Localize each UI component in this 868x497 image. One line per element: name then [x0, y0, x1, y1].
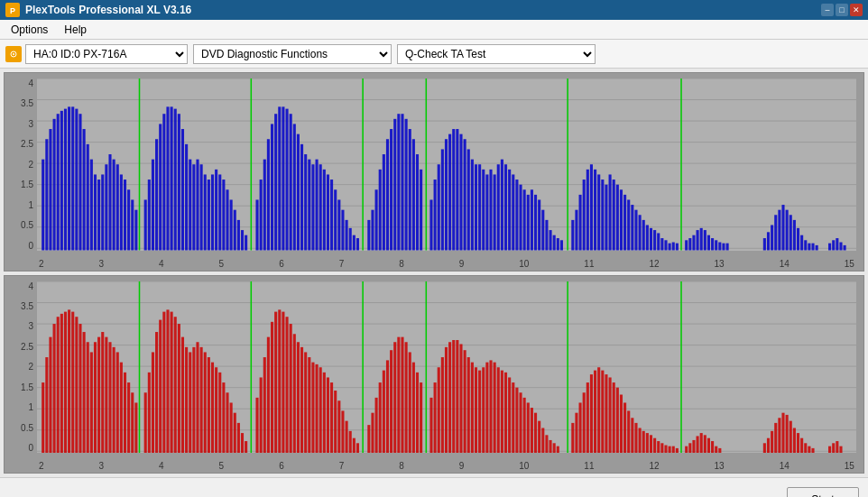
svg-rect-274 [208, 357, 210, 453]
svg-rect-148 [541, 210, 544, 251]
svg-rect-48 [148, 179, 151, 250]
svg-rect-45 [131, 199, 134, 250]
maximize-button[interactable]: □ [836, 4, 848, 16]
bottom-chart-y-axis: 4 3.5 3 2.5 2 1.5 1 0.5 0 [5, 281, 37, 454]
svg-rect-108 [386, 139, 389, 250]
svg-rect-286 [260, 377, 263, 453]
bottom-chart-panel: 4 3.5 3 2.5 2 1.5 1 0.5 0 [4, 275, 864, 474]
svg-rect-170 [631, 205, 633, 250]
svg-rect-179 [664, 240, 667, 250]
svg-rect-195 [763, 238, 766, 250]
svg-rect-176 [653, 230, 656, 250]
svg-rect-42 [120, 174, 123, 250]
svg-rect-194 [726, 244, 729, 251]
menu-options[interactable]: Options [4, 22, 55, 38]
svg-rect-299 [308, 357, 310, 453]
svg-rect-51 [159, 124, 162, 250]
svg-rect-324 [409, 352, 411, 453]
minimize-button[interactable]: – [821, 4, 834, 16]
svg-rect-375 [616, 387, 619, 453]
svg-rect-293 [285, 317, 288, 453]
svg-rect-313 [367, 425, 370, 453]
svg-rect-369 [594, 370, 596, 453]
svg-rect-290 [274, 311, 277, 453]
svg-rect-266 [178, 324, 180, 453]
svg-rect-254 [127, 382, 130, 453]
svg-rect-153 [560, 240, 563, 250]
svg-rect-244 [90, 352, 93, 453]
bottom-right: Start i [787, 487, 859, 498]
svg-rect-204 [797, 228, 799, 251]
svg-rect-74 [245, 235, 247, 251]
top-chart-inner [37, 78, 856, 251]
svg-rect-306 [334, 391, 337, 453]
svg-rect-208 [811, 244, 814, 251]
menu-help[interactable]: Help [57, 22, 94, 38]
svg-rect-332 [445, 346, 448, 453]
svg-rect-44 [127, 189, 130, 250]
svg-rect-160 [594, 170, 596, 251]
svg-rect-343 [485, 362, 488, 453]
svg-rect-102 [356, 238, 359, 250]
svg-rect-395 [697, 436, 699, 453]
top-chart-x-axis: 2 3 4 5 6 7 8 9 10 11 12 13 14 15 [37, 259, 856, 269]
svg-rect-258 [148, 372, 151, 453]
svg-rect-100 [349, 228, 352, 251]
svg-rect-60 [192, 164, 195, 250]
svg-rect-345 [494, 362, 496, 453]
start-button[interactable]: Start [787, 487, 859, 498]
svg-rect-323 [405, 342, 408, 453]
close-button[interactable]: ✕ [850, 4, 863, 16]
svg-rect-86 [297, 134, 300, 251]
svg-rect-391 [676, 447, 679, 453]
svg-rect-377 [623, 402, 626, 453]
svg-rect-57 [181, 129, 184, 250]
svg-rect-353 [523, 397, 526, 453]
svg-rect-277 [218, 372, 221, 453]
top-chart-panel: 4 3.5 3 2.5 2 1.5 1 0.5 0 [4, 72, 864, 272]
svg-rect-418 [836, 441, 838, 453]
svg-rect-113 [405, 119, 408, 251]
svg-rect-121 [441, 149, 444, 250]
svg-rect-404 [771, 430, 773, 453]
device-dropdown[interactable]: HA:0 ID:0 PX-716A [25, 44, 188, 64]
svg-rect-358 [541, 428, 544, 453]
svg-rect-214 [844, 245, 846, 251]
svg-rect-273 [204, 352, 207, 453]
svg-rect-46 [134, 210, 137, 251]
svg-rect-263 [166, 309, 169, 453]
svg-rect-393 [688, 443, 691, 453]
function-dropdown[interactable]: DVD Diagnostic Functions [193, 44, 392, 64]
bottom-chart-svg [37, 281, 856, 454]
svg-rect-172 [639, 215, 642, 250]
svg-rect-140 [512, 174, 514, 250]
svg-rect-398 [707, 437, 710, 453]
svg-rect-231 [42, 382, 44, 453]
svg-rect-114 [409, 129, 411, 250]
svg-rect-386 [657, 441, 660, 453]
svg-rect-249 [108, 342, 111, 453]
svg-rect-365 [579, 402, 582, 453]
top-chart-svg [37, 78, 856, 251]
svg-rect-36 [97, 179, 100, 250]
svg-rect-335 [456, 339, 458, 453]
svg-rect-94 [327, 174, 329, 250]
svg-rect-96 [334, 189, 337, 250]
svg-rect-325 [412, 362, 415, 453]
svg-rect-32 [83, 129, 86, 250]
svg-rect-339 [471, 362, 474, 453]
svg-rect-197 [771, 225, 773, 250]
svg-rect-189 [707, 235, 710, 251]
svg-rect-284 [245, 441, 247, 453]
svg-rect-190 [711, 238, 714, 250]
svg-rect-233 [49, 336, 51, 453]
svg-rect-321 [397, 336, 400, 453]
svg-rect-151 [553, 235, 556, 251]
svg-rect-401 [718, 447, 721, 453]
svg-rect-387 [660, 443, 663, 453]
test-dropdown[interactable]: Q-Check TA Test [397, 44, 596, 64]
svg-rect-41 [116, 164, 119, 250]
svg-rect-163 [605, 185, 607, 251]
svg-rect-394 [692, 439, 695, 453]
svg-rect-90 [311, 164, 314, 250]
